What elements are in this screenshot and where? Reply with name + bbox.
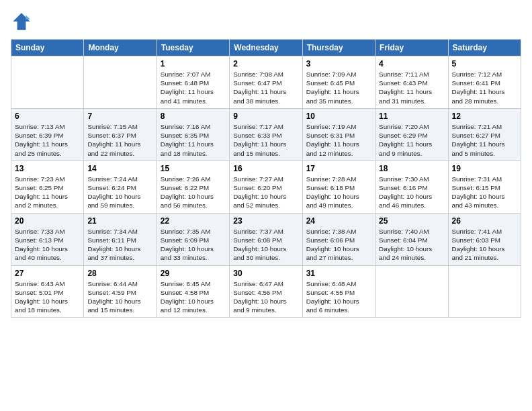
day-number: 8 [161, 111, 226, 121]
day-number: 31 [306, 269, 371, 278]
day-detail: Sunrise: 7:27 AM Sunset: 6:20 PM Dayligh… [233, 175, 298, 210]
day-number: 20 [15, 216, 80, 226]
calendar-cell: 25Sunrise: 7:40 AM Sunset: 6:04 PM Dayli… [375, 213, 448, 265]
calendar-cell: 6Sunrise: 7:13 AM Sunset: 6:39 PM Daylig… [11, 108, 84, 161]
calendar-cell: 8Sunrise: 7:16 AM Sunset: 6:35 PM Daylig… [157, 108, 229, 161]
day-number: 24 [306, 216, 371, 226]
day-detail: Sunrise: 6:43 AM Sunset: 5:01 PM Dayligh… [15, 279, 80, 315]
day-detail: Sunrise: 7:34 AM Sunset: 6:11 PM Dayligh… [87, 227, 152, 263]
day-number: 10 [306, 111, 371, 121]
calendar-cell: 18Sunrise: 7:30 AM Sunset: 6:16 PM Dayli… [375, 161, 448, 213]
day-detail: Sunrise: 7:23 AM Sunset: 6:25 PM Dayligh… [15, 175, 80, 210]
calendar-cell: 17Sunrise: 7:28 AM Sunset: 6:18 PM Dayli… [302, 161, 375, 213]
weekday-header: Tuesday [157, 40, 229, 56]
day-number: 19 [452, 164, 517, 173]
calendar-cell: 27Sunrise: 6:43 AM Sunset: 5:01 PM Dayli… [11, 265, 84, 318]
day-detail: Sunrise: 7:24 AM Sunset: 6:24 PM Dayligh… [87, 175, 152, 210]
calendar-cell: 1Sunrise: 7:07 AM Sunset: 6:48 PM Daylig… [157, 56, 229, 109]
day-detail: Sunrise: 7:07 AM Sunset: 6:48 PM Dayligh… [161, 70, 226, 105]
day-number: 3 [306, 59, 371, 68]
day-detail: Sunrise: 7:08 AM Sunset: 6:47 PM Dayligh… [233, 70, 298, 105]
calendar-cell [375, 265, 448, 318]
calendar-cell: 3Sunrise: 7:09 AM Sunset: 6:45 PM Daylig… [302, 56, 375, 109]
day-detail: Sunrise: 7:37 AM Sunset: 6:08 PM Dayligh… [233, 227, 298, 263]
logo [11, 11, 35, 32]
day-detail: Sunrise: 7:09 AM Sunset: 6:45 PM Dayligh… [306, 70, 371, 105]
day-detail: Sunrise: 7:11 AM Sunset: 6:43 PM Dayligh… [379, 70, 444, 105]
calendar-cell: 21Sunrise: 7:34 AM Sunset: 6:11 PM Dayli… [84, 213, 157, 265]
calendar-cell [448, 265, 521, 318]
calendar-cell: 31Sunrise: 6:48 AM Sunset: 4:55 PM Dayli… [302, 265, 375, 318]
day-detail: Sunrise: 7:31 AM Sunset: 6:15 PM Dayligh… [452, 175, 517, 210]
day-number: 25 [379, 216, 444, 226]
day-detail: Sunrise: 7:20 AM Sunset: 6:29 PM Dayligh… [379, 122, 444, 158]
day-number: 27 [15, 269, 80, 278]
calendar-cell: 9Sunrise: 7:17 AM Sunset: 6:33 PM Daylig… [230, 108, 302, 161]
day-detail: Sunrise: 7:41 AM Sunset: 6:03 PM Dayligh… [452, 227, 517, 263]
calendar-cell: 7Sunrise: 7:15 AM Sunset: 6:37 PM Daylig… [84, 108, 157, 161]
day-number: 12 [452, 111, 517, 121]
day-number: 21 [87, 216, 152, 226]
weekday-header: Wednesday [230, 40, 302, 56]
calendar-cell: 26Sunrise: 7:41 AM Sunset: 6:03 PM Dayli… [448, 213, 521, 265]
day-detail: Sunrise: 7:19 AM Sunset: 6:31 PM Dayligh… [306, 122, 371, 158]
calendar-cell: 13Sunrise: 7:23 AM Sunset: 6:25 PM Dayli… [11, 161, 84, 213]
page-header [11, 11, 521, 32]
calendar-cell: 16Sunrise: 7:27 AM Sunset: 6:20 PM Dayli… [230, 161, 302, 213]
day-number: 2 [233, 59, 298, 68]
day-detail: Sunrise: 7:12 AM Sunset: 6:41 PM Dayligh… [452, 70, 517, 105]
day-detail: Sunrise: 7:16 AM Sunset: 6:35 PM Dayligh… [161, 122, 226, 158]
day-number: 11 [379, 111, 444, 121]
day-detail: Sunrise: 7:26 AM Sunset: 6:22 PM Dayligh… [161, 175, 226, 210]
day-detail: Sunrise: 7:15 AM Sunset: 6:37 PM Dayligh… [87, 122, 152, 158]
calendar-table: SundayMondayTuesdayWednesdayThursdayFrid… [11, 39, 521, 318]
day-number: 22 [161, 216, 226, 226]
day-number: 17 [306, 164, 371, 173]
day-detail: Sunrise: 6:44 AM Sunset: 4:59 PM Dayligh… [87, 279, 152, 315]
calendar-cell: 30Sunrise: 6:47 AM Sunset: 4:56 PM Dayli… [230, 265, 302, 318]
svg-marker-0 [13, 13, 30, 30]
calendar-cell: 20Sunrise: 7:33 AM Sunset: 6:13 PM Dayli… [11, 213, 84, 265]
calendar-cell: 10Sunrise: 7:19 AM Sunset: 6:31 PM Dayli… [302, 108, 375, 161]
day-detail: Sunrise: 7:21 AM Sunset: 6:27 PM Dayligh… [452, 122, 517, 158]
day-number: 30 [233, 269, 298, 278]
day-detail: Sunrise: 6:47 AM Sunset: 4:56 PM Dayligh… [233, 279, 298, 315]
calendar-week-row: 27Sunrise: 6:43 AM Sunset: 5:01 PM Dayli… [11, 265, 521, 318]
day-number: 5 [452, 59, 517, 68]
day-number: 18 [379, 164, 444, 173]
calendar-week-row: 20Sunrise: 7:33 AM Sunset: 6:13 PM Dayli… [11, 213, 521, 265]
day-number: 1 [161, 59, 226, 68]
day-number: 7 [87, 111, 152, 121]
day-number: 4 [379, 59, 444, 68]
calendar-cell: 11Sunrise: 7:20 AM Sunset: 6:29 PM Dayli… [375, 108, 448, 161]
day-detail: Sunrise: 7:17 AM Sunset: 6:33 PM Dayligh… [233, 122, 298, 158]
weekday-header: Saturday [448, 40, 521, 56]
calendar-cell [84, 56, 157, 109]
calendar-cell: 19Sunrise: 7:31 AM Sunset: 6:15 PM Dayli… [448, 161, 521, 213]
calendar-header-row: SundayMondayTuesdayWednesdayThursdayFrid… [11, 40, 521, 56]
day-number: 9 [233, 111, 298, 121]
day-number: 13 [15, 164, 80, 173]
weekday-header: Sunday [11, 40, 84, 56]
day-number: 6 [15, 111, 80, 121]
day-detail: Sunrise: 6:48 AM Sunset: 4:55 PM Dayligh… [306, 279, 371, 315]
day-detail: Sunrise: 7:30 AM Sunset: 6:16 PM Dayligh… [379, 175, 444, 210]
day-number: 16 [233, 164, 298, 173]
day-number: 23 [233, 216, 298, 226]
day-detail: Sunrise: 6:45 AM Sunset: 4:58 PM Dayligh… [161, 279, 226, 315]
calendar-cell [11, 56, 84, 109]
day-number: 28 [87, 269, 152, 278]
calendar-week-row: 1Sunrise: 7:07 AM Sunset: 6:48 PM Daylig… [11, 56, 521, 109]
calendar-cell: 4Sunrise: 7:11 AM Sunset: 6:43 PM Daylig… [375, 56, 448, 109]
day-detail: Sunrise: 7:33 AM Sunset: 6:13 PM Dayligh… [15, 227, 80, 263]
day-detail: Sunrise: 7:28 AM Sunset: 6:18 PM Dayligh… [306, 175, 371, 210]
weekday-header: Thursday [302, 40, 375, 56]
day-number: 29 [161, 269, 226, 278]
day-detail: Sunrise: 7:38 AM Sunset: 6:06 PM Dayligh… [306, 227, 371, 263]
day-number: 15 [161, 164, 226, 173]
day-detail: Sunrise: 7:35 AM Sunset: 6:09 PM Dayligh… [161, 227, 226, 263]
calendar-cell: 12Sunrise: 7:21 AM Sunset: 6:27 PM Dayli… [448, 108, 521, 161]
day-detail: Sunrise: 7:40 AM Sunset: 6:04 PM Dayligh… [379, 227, 444, 263]
weekday-header: Monday [84, 40, 157, 56]
day-number: 14 [87, 164, 152, 173]
